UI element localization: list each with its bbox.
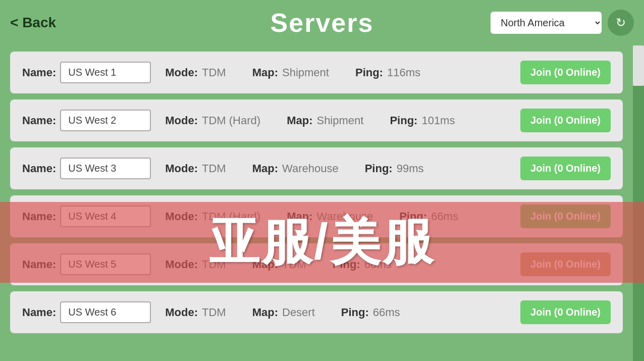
server-name-input[interactable]: [60, 301, 151, 323]
map-group: Map: Shipment: [287, 114, 378, 127]
mode-group: Mode: TDM (Hard): [165, 114, 275, 127]
server-name-input[interactable]: [60, 62, 151, 83]
name-label: Name:: [22, 114, 56, 127]
ping-group: Ping: 116ms: [355, 66, 420, 79]
ping-value: 101ms: [421, 114, 455, 127]
ping-value: 99ms: [397, 162, 424, 175]
mode-label: Mode:: [165, 162, 198, 175]
mode-value: TDM: [202, 66, 226, 79]
map-value: Shipment: [282, 66, 329, 79]
join-button[interactable]: Join (0 Online): [520, 109, 611, 132]
page-title: Servers: [271, 8, 374, 38]
ping-group: Ping: 66ms: [341, 306, 400, 319]
ping-label: Ping:: [355, 66, 383, 79]
map-label: Map:: [252, 306, 278, 319]
mode-value: TDM (Hard): [202, 114, 260, 127]
map-label: Map:: [252, 162, 278, 175]
mode-label: Mode:: [165, 114, 198, 127]
map-value: Warehouse: [282, 162, 339, 175]
overlay-banner: 亚服/美服: [0, 202, 644, 283]
header-controls: North AmericaEuropeAsiaOceania ↻: [491, 10, 634, 36]
mode-value: TDM: [202, 306, 226, 319]
mode-group: Mode: TDM: [165, 306, 240, 319]
map-label: Map:: [287, 114, 312, 127]
map-value: Desert: [282, 306, 315, 319]
mode-value: TDM: [202, 162, 226, 175]
region-select[interactable]: North AmericaEuropeAsiaOceania: [491, 12, 602, 34]
ping-label: Ping:: [341, 306, 369, 319]
map-group: Map: Warehouse: [252, 162, 353, 175]
name-label: Name:: [22, 306, 56, 319]
server-list-container: Name: Mode: TDM Map: Shipment Ping: 116m…: [0, 45, 644, 361]
refresh-button[interactable]: ↻: [608, 10, 634, 36]
map-group: Map: Shipment: [252, 66, 343, 79]
overlay-text: 亚服/美服: [209, 209, 435, 277]
ping-label: Ping:: [365, 162, 393, 175]
ping-group: Ping: 99ms: [365, 162, 424, 175]
join-button[interactable]: Join (0 Online): [520, 61, 611, 84]
back-button[interactable]: < Back: [10, 15, 56, 31]
table-row: Name: Mode: TDM (Hard) Map: Shipment Pin…: [10, 99, 623, 141]
name-label: Name:: [22, 162, 56, 175]
ping-label: Ping:: [390, 114, 417, 127]
map-value: Shipment: [316, 114, 363, 127]
mode-label: Mode:: [165, 306, 198, 319]
mode-group: Mode: TDM: [165, 66, 240, 79]
table-row: Name: Mode: TDM Map: Desert Ping: 66ms J…: [10, 291, 623, 333]
ping-value: 66ms: [373, 306, 400, 319]
table-row: Name: Mode: TDM Map: Warehouse Ping: 99m…: [10, 147, 623, 189]
ping-group: Ping: 101ms: [390, 114, 455, 127]
scrollbar-thumb: [633, 45, 644, 86]
join-button[interactable]: Join (0 Online): [520, 157, 611, 180]
refresh-icon: ↻: [616, 16, 626, 30]
table-row: Name: Mode: TDM Map: Shipment Ping: 116m…: [10, 51, 623, 93]
server-name-input[interactable]: [60, 158, 151, 179]
map-group: Map: Desert: [252, 306, 329, 319]
mode-label: Mode:: [165, 66, 198, 79]
name-label: Name:: [22, 66, 56, 79]
join-button[interactable]: Join (0 Online): [520, 300, 611, 324]
mode-group: Mode: TDM: [165, 162, 240, 175]
ping-value: 116ms: [387, 66, 420, 79]
header: < Back Servers North AmericaEuropeAsiaOc…: [0, 0, 644, 45]
server-name-input[interactable]: [60, 110, 151, 131]
map-label: Map:: [252, 66, 278, 79]
